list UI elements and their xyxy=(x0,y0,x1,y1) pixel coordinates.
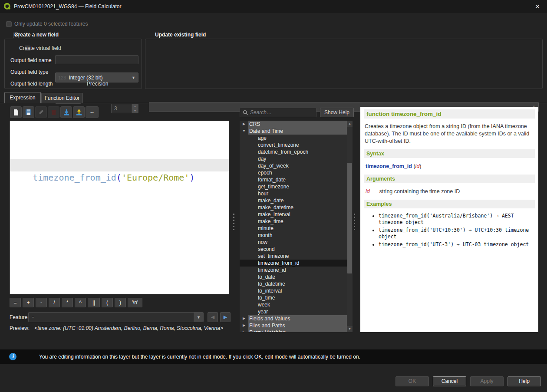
apply-button[interactable]: Apply xyxy=(470,376,504,386)
operator-button[interactable]: - xyxy=(36,298,47,307)
operator-button[interactable]: = xyxy=(10,298,21,307)
spinner-arrows-icon[interactable]: ▲▼ xyxy=(132,104,138,113)
function-tree-row[interactable]: set_timezone xyxy=(240,253,347,260)
function-tree-row[interactable]: timezone_id xyxy=(240,267,347,273)
function-tree-row[interactable]: day_of_week xyxy=(240,162,347,169)
operator-button[interactable]: ) xyxy=(115,298,126,307)
expression-text-line: timezone_from_id('Europe/Rome') xyxy=(10,146,229,159)
function-tree-row[interactable]: CRS xyxy=(240,121,347,128)
expand-arrow-icon[interactable] xyxy=(240,322,248,329)
function-tree-row[interactable]: Fuzzy Matching xyxy=(240,329,347,332)
function-tree-row[interactable]: format_date xyxy=(240,176,347,183)
precision-stepper[interactable]: 3 ▲▼ xyxy=(111,104,138,113)
function-tree-row[interactable]: make_time xyxy=(240,218,347,225)
function-tree-row[interactable]: get_timezone xyxy=(240,183,347,190)
delete-expression-button[interactable] xyxy=(48,106,59,118)
function-tree-row[interactable]: make_date xyxy=(240,197,347,204)
function-tree-row[interactable]: age xyxy=(240,135,347,142)
argument-name: id xyxy=(366,188,370,194)
function-tree-row[interactable]: to_interval xyxy=(240,287,347,294)
function-tree-row[interactable]: datetime_from_epoch xyxy=(240,148,347,155)
help-description: Creates a timezone object from a string … xyxy=(364,122,535,146)
update-existing-field-label: Update existing field xyxy=(155,32,206,38)
new-expression-button[interactable] xyxy=(10,106,22,118)
function-tree-row[interactable]: to_datetime xyxy=(240,280,347,287)
expression-editor[interactable]: timezone_from_id('Europe/Rome') xyxy=(10,121,229,294)
tab-function-editor[interactable]: Function Editor xyxy=(41,93,83,103)
message-text: You are editing information on this laye… xyxy=(39,354,360,360)
example-item: timezone_from_id('Australia/Brisbane') →… xyxy=(379,213,535,226)
splitter-handle[interactable] xyxy=(354,214,356,230)
function-tree-row[interactable]: Fields and Values xyxy=(240,315,347,322)
function-tree-row[interactable]: timezone_from_id xyxy=(240,260,347,267)
function-tree-row[interactable]: month xyxy=(240,232,347,239)
scrollbar-handle[interactable] xyxy=(347,163,352,273)
edit-expression-button[interactable] xyxy=(35,106,47,118)
function-tree-row[interactable]: epoch xyxy=(240,169,347,176)
function-tree-row[interactable]: Date and Time xyxy=(240,128,347,135)
help-button[interactable]: Help xyxy=(507,376,541,386)
operator-button[interactable]: || xyxy=(88,298,100,307)
info-icon: i xyxy=(9,353,16,360)
splitter-handle[interactable] xyxy=(233,214,235,230)
scroll-up-icon[interactable]: ▲ xyxy=(347,121,353,127)
import-expressions-button[interactable] xyxy=(60,106,72,118)
function-help-panel: function timezone_from_id Creates a time… xyxy=(360,107,538,332)
export-expressions-button[interactable] xyxy=(73,106,85,118)
save-expression-button[interactable] xyxy=(23,106,34,118)
search-input[interactable] xyxy=(248,109,316,115)
operator-button[interactable]: ( xyxy=(102,298,113,307)
qgis-logo-icon xyxy=(3,3,11,10)
function-tree-row[interactable]: day xyxy=(240,155,347,162)
scroll-down-icon[interactable]: ▼ xyxy=(347,326,353,332)
example-item: timezone_from_id('UTC-3') → UTC-03 timez… xyxy=(379,241,535,248)
function-tree-row[interactable]: convert_timezone xyxy=(240,142,347,148)
function-tree-row[interactable]: to_date xyxy=(240,273,347,280)
function-tree-row[interactable]: make_interval xyxy=(240,211,347,218)
previous-feature-button[interactable]: ◀ xyxy=(208,312,218,322)
output-field-name-label: Output field name xyxy=(10,57,52,63)
feature-select[interactable]: - ▼ xyxy=(28,312,204,322)
function-tree-row[interactable]: now xyxy=(240,239,347,246)
tab-expression[interactable]: Expression xyxy=(4,92,41,103)
function-tree-row[interactable]: second xyxy=(240,246,347,253)
help-title: function timezone_from_id xyxy=(364,109,535,119)
window-title: ProvCM01012021_WGS84 — Field Calculator xyxy=(14,3,121,10)
operator-button[interactable]: * xyxy=(62,298,73,307)
arguments-heading: Arguments xyxy=(364,175,535,183)
expand-arrow-icon[interactable] xyxy=(240,315,248,322)
operator-button[interactable]: / xyxy=(49,298,60,307)
title-bar: ProvCM01012021_WGS84 — Field Calculator … xyxy=(0,0,547,13)
output-field-length-label: Output field length xyxy=(10,81,53,87)
expand-arrow-icon[interactable] xyxy=(240,329,248,332)
operator-button[interactable]: + xyxy=(23,298,34,307)
close-icon[interactable]: ✕ xyxy=(532,2,543,11)
function-tree-row[interactable]: week xyxy=(240,301,347,308)
expand-arrow-icon[interactable] xyxy=(240,121,248,128)
output-field-type-label: Output field type xyxy=(10,69,48,75)
message-bar: i You are editing information on this la… xyxy=(0,349,547,364)
function-tree-row[interactable]: Files and Paths xyxy=(240,322,347,329)
next-feature-button[interactable]: ▶ xyxy=(220,312,231,322)
function-tree-row[interactable]: minute xyxy=(240,225,347,232)
existing-field-groupbox xyxy=(145,39,543,89)
operator-button[interactable]: '\n' xyxy=(128,298,142,307)
function-tree-row[interactable]: to_time xyxy=(240,294,347,301)
create-new-field-label: Create a new field xyxy=(14,32,59,38)
feature-label: Feature xyxy=(10,314,27,320)
ok-button[interactable]: OK xyxy=(395,376,429,386)
function-tree: CRS Date and Time age convert_timezone xyxy=(240,121,353,332)
example-item: timezone_from_id('UTC+10:30') → UTC+10:3… xyxy=(379,227,535,240)
operator-button[interactable]: ^ xyxy=(75,298,86,307)
function-tree-row[interactable]: year xyxy=(240,308,347,315)
function-tree-row[interactable]: make_datetime xyxy=(240,204,347,211)
preview-row: Preview: <time zone: (UTC+01:00) Amsterd… xyxy=(10,325,223,331)
only-update-checkbox[interactable] xyxy=(6,21,12,27)
expand-arrow-icon[interactable] xyxy=(240,128,248,135)
show-help-button[interactable]: Show Help xyxy=(320,108,354,117)
cancel-button[interactable]: Cancel xyxy=(433,376,466,386)
dashes-button[interactable]: -- xyxy=(86,106,99,118)
tree-scrollbar[interactable]: ▲ ▼ xyxy=(347,121,353,332)
function-tree-row[interactable]: hour xyxy=(240,190,347,197)
output-field-name-input[interactable] xyxy=(55,55,138,64)
